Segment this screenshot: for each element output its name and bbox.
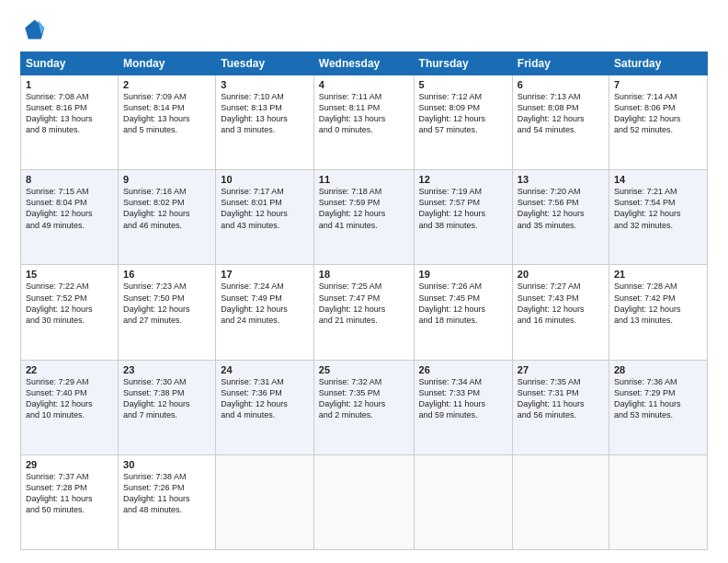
- day-number: 20: [518, 269, 604, 280]
- week-row-3: 15Sunrise: 7:22 AM Sunset: 7:52 PM Dayli…: [21, 265, 708, 360]
- calendar-cell: 27Sunrise: 7:35 AM Sunset: 7:31 PM Dayli…: [512, 360, 609, 454]
- day-info: Sunrise: 7:24 AM Sunset: 7:49 PM Dayligh…: [221, 281, 309, 326]
- calendar-cell: 16Sunrise: 7:23 AM Sunset: 7:50 PM Dayli…: [119, 265, 216, 360]
- day-info: Sunrise: 7:25 AM Sunset: 7:47 PM Dayligh…: [319, 281, 409, 326]
- day-number: 18: [319, 269, 409, 280]
- calendar-cell: 22Sunrise: 7:29 AM Sunset: 7:40 PM Dayli…: [21, 360, 119, 454]
- day-number: 1: [26, 79, 113, 90]
- day-info: Sunrise: 7:10 AM Sunset: 8:13 PM Dayligh…: [221, 91, 309, 136]
- header-day-wednesday: Wednesday: [313, 52, 414, 75]
- day-info: Sunrise: 7:22 AM Sunset: 7:52 PM Dayligh…: [26, 281, 113, 326]
- day-number: 21: [614, 269, 702, 280]
- day-number: 30: [123, 459, 210, 470]
- calendar-cell: 8Sunrise: 7:15 AM Sunset: 8:04 PM Daylig…: [21, 170, 119, 265]
- day-number: 2: [123, 79, 210, 90]
- day-number: 16: [123, 269, 210, 280]
- day-info: Sunrise: 7:09 AM Sunset: 8:14 PM Dayligh…: [123, 91, 210, 136]
- day-number: 5: [419, 79, 507, 90]
- header-day-thursday: Thursday: [414, 52, 512, 75]
- calendar-cell: 4Sunrise: 7:11 AM Sunset: 8:11 PM Daylig…: [313, 75, 414, 170]
- calendar-cell: 19Sunrise: 7:26 AM Sunset: 7:45 PM Dayli…: [414, 265, 512, 360]
- calendar-cell: 14Sunrise: 7:21 AM Sunset: 7:54 PM Dayli…: [609, 170, 708, 265]
- calendar-cell: 25Sunrise: 7:32 AM Sunset: 7:35 PM Dayli…: [313, 360, 414, 454]
- calendar-cell: [313, 454, 414, 549]
- week-row-1: 1Sunrise: 7:08 AM Sunset: 8:16 PM Daylig…: [21, 75, 708, 170]
- day-info: Sunrise: 7:34 AM Sunset: 7:33 PM Dayligh…: [419, 376, 507, 421]
- day-info: Sunrise: 7:29 AM Sunset: 7:40 PM Dayligh…: [26, 376, 113, 421]
- week-row-4: 22Sunrise: 7:29 AM Sunset: 7:40 PM Dayli…: [21, 360, 708, 454]
- week-row-2: 8Sunrise: 7:15 AM Sunset: 8:04 PM Daylig…: [21, 170, 708, 265]
- calendar-cell: 30Sunrise: 7:38 AM Sunset: 7:26 PM Dayli…: [119, 454, 216, 549]
- calendar-cell: 17Sunrise: 7:24 AM Sunset: 7:49 PM Dayli…: [216, 265, 314, 360]
- day-number: 15: [26, 269, 113, 280]
- day-info: Sunrise: 7:36 AM Sunset: 7:29 PM Dayligh…: [614, 376, 702, 421]
- calendar-cell: 11Sunrise: 7:18 AM Sunset: 7:59 PM Dayli…: [313, 170, 414, 265]
- header-area: [20, 17, 708, 42]
- header-day-sunday: Sunday: [21, 52, 119, 75]
- day-number: 9: [123, 174, 210, 185]
- day-info: Sunrise: 7:30 AM Sunset: 7:38 PM Dayligh…: [123, 376, 210, 421]
- day-number: 3: [221, 79, 309, 90]
- day-number: 22: [26, 364, 113, 375]
- day-number: 27: [518, 364, 604, 375]
- day-number: 26: [419, 364, 507, 375]
- day-number: 17: [221, 269, 309, 280]
- calendar-cell: 6Sunrise: 7:13 AM Sunset: 8:08 PM Daylig…: [512, 75, 609, 170]
- calendar-cell: [216, 454, 314, 549]
- day-number: 14: [614, 174, 702, 185]
- calendar-cell: 28Sunrise: 7:36 AM Sunset: 7:29 PM Dayli…: [609, 360, 708, 454]
- calendar-cell: [414, 454, 512, 549]
- day-info: Sunrise: 7:11 AM Sunset: 8:11 PM Dayligh…: [319, 91, 409, 136]
- day-info: Sunrise: 7:26 AM Sunset: 7:45 PM Dayligh…: [419, 281, 507, 326]
- page: SundayMondayTuesdayWednesdayThursdayFrid…: [0, 0, 728, 563]
- day-number: 10: [221, 174, 309, 185]
- day-number: 28: [614, 364, 702, 375]
- day-info: Sunrise: 7:27 AM Sunset: 7:43 PM Dayligh…: [518, 281, 604, 326]
- logo-icon: [20, 17, 46, 42]
- day-info: Sunrise: 7:17 AM Sunset: 8:01 PM Dayligh…: [221, 186, 309, 231]
- day-number: 13: [518, 174, 604, 185]
- day-info: Sunrise: 7:20 AM Sunset: 7:56 PM Dayligh…: [518, 186, 604, 231]
- calendar-cell: [512, 454, 609, 549]
- day-info: Sunrise: 7:28 AM Sunset: 7:42 PM Dayligh…: [614, 281, 702, 326]
- day-number: 29: [26, 459, 113, 470]
- day-info: Sunrise: 7:14 AM Sunset: 8:06 PM Dayligh…: [614, 91, 702, 136]
- calendar-cell: 13Sunrise: 7:20 AM Sunset: 7:56 PM Dayli…: [512, 170, 609, 265]
- calendar-cell: 1Sunrise: 7:08 AM Sunset: 8:16 PM Daylig…: [21, 75, 119, 170]
- day-info: Sunrise: 7:31 AM Sunset: 7:36 PM Dayligh…: [221, 376, 309, 421]
- calendar-cell: 18Sunrise: 7:25 AM Sunset: 7:47 PM Dayli…: [313, 265, 414, 360]
- calendar-cell: 7Sunrise: 7:14 AM Sunset: 8:06 PM Daylig…: [609, 75, 708, 170]
- calendar-cell: 21Sunrise: 7:28 AM Sunset: 7:42 PM Dayli…: [609, 265, 708, 360]
- day-info: Sunrise: 7:21 AM Sunset: 7:54 PM Dayligh…: [614, 186, 702, 231]
- day-number: 7: [614, 79, 702, 90]
- header-day-friday: Friday: [512, 52, 609, 75]
- header-day-tuesday: Tuesday: [216, 52, 314, 75]
- day-number: 11: [319, 174, 409, 185]
- header-row: SundayMondayTuesdayWednesdayThursdayFrid…: [21, 52, 708, 75]
- calendar-cell: 26Sunrise: 7:34 AM Sunset: 7:33 PM Dayli…: [414, 360, 512, 454]
- day-info: Sunrise: 7:37 AM Sunset: 7:28 PM Dayligh…: [26, 471, 113, 516]
- day-info: Sunrise: 7:12 AM Sunset: 8:09 PM Dayligh…: [419, 91, 507, 136]
- day-info: Sunrise: 7:18 AM Sunset: 7:59 PM Dayligh…: [319, 186, 409, 231]
- day-info: Sunrise: 7:38 AM Sunset: 7:26 PM Dayligh…: [123, 471, 210, 516]
- day-info: Sunrise: 7:23 AM Sunset: 7:50 PM Dayligh…: [123, 281, 210, 326]
- calendar-cell: 3Sunrise: 7:10 AM Sunset: 8:13 PM Daylig…: [216, 75, 314, 170]
- day-number: 12: [419, 174, 507, 185]
- day-number: 24: [221, 364, 309, 375]
- calendar-cell: 2Sunrise: 7:09 AM Sunset: 8:14 PM Daylig…: [119, 75, 216, 170]
- day-number: 6: [518, 79, 604, 90]
- day-number: 25: [319, 364, 409, 375]
- calendar-cell: 5Sunrise: 7:12 AM Sunset: 8:09 PM Daylig…: [414, 75, 512, 170]
- header-day-saturday: Saturday: [609, 52, 708, 75]
- calendar-cell: 10Sunrise: 7:17 AM Sunset: 8:01 PM Dayli…: [216, 170, 314, 265]
- day-info: Sunrise: 7:13 AM Sunset: 8:08 PM Dayligh…: [518, 91, 604, 136]
- calendar-cell: 23Sunrise: 7:30 AM Sunset: 7:38 PM Dayli…: [119, 360, 216, 454]
- day-number: 8: [26, 174, 113, 185]
- logo: [20, 17, 50, 42]
- day-number: 4: [319, 79, 409, 90]
- calendar-cell: 12Sunrise: 7:19 AM Sunset: 7:57 PM Dayli…: [414, 170, 512, 265]
- day-number: 19: [419, 269, 507, 280]
- day-info: Sunrise: 7:08 AM Sunset: 8:16 PM Dayligh…: [26, 91, 113, 136]
- day-info: Sunrise: 7:35 AM Sunset: 7:31 PM Dayligh…: [518, 376, 604, 421]
- calendar-cell: [609, 454, 708, 549]
